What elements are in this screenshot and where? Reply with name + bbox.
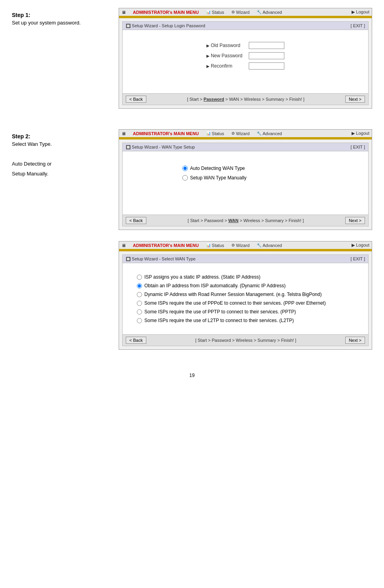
panel-exit-2[interactable]: [ EXIT ] xyxy=(351,145,365,149)
step2-label: Step 2: xyxy=(12,133,115,139)
nav-status-3[interactable]: 📊 Status xyxy=(206,243,224,248)
nav-logout-1[interactable]: ▶ Logout xyxy=(352,9,369,15)
radio-auto-detect-input[interactable] xyxy=(182,166,188,171)
panel-exit-3[interactable]: [ EXIT ] xyxy=(351,256,365,261)
nav-advanced-1[interactable]: 🔧 Advanced xyxy=(257,10,282,15)
browser-window-1: 🖥 ADMINISTRATOR's MAIN MENU 📊 Status ⚙ W… xyxy=(119,8,372,109)
wan-radio-6-label: Some ISPs require the use of L2TP to con… xyxy=(144,318,294,323)
status-icon-2: 📊 xyxy=(206,131,211,136)
step2-desc4: Setup Manually. xyxy=(12,171,115,177)
nav-status-1[interactable]: 📊 Status xyxy=(206,10,224,15)
inner-panel-3: 🔲 Setup Wizard - Select WAN Type [ EXIT … xyxy=(122,254,369,346)
advanced-icon-1: 🔧 xyxy=(257,10,261,14)
footer-steps-2: [ Start > Password > WAN > Wireless > Su… xyxy=(188,218,304,223)
panel-exit-1[interactable]: [ EXIT ] xyxy=(351,23,365,28)
wan-radio-6: Some ISPs require the use of L2TP to con… xyxy=(137,318,354,323)
page-number: 19 xyxy=(12,373,372,378)
wan-radio-1-label: ISP assigns you a static IP address. (St… xyxy=(144,274,260,280)
inner-panel-1: 🔲 Setup Wizard - Setup Login Password [ … xyxy=(122,21,369,105)
nav-footer-2: < Back [ Start > Password > WAN > Wirele… xyxy=(123,215,368,226)
new-password-row: New Password xyxy=(203,51,288,61)
logout-icon-3: ▶ xyxy=(352,243,355,247)
radio-manual-label: Setup WAN Type Manually xyxy=(190,175,247,181)
nav-footer-3: < Back [ Start > Password > Wireless > S… xyxy=(123,334,368,346)
wan-radio-2-input[interactable] xyxy=(137,283,142,288)
select-wan-radio-group: ISP assigns you a static IP address. (St… xyxy=(137,274,354,323)
back-button-3[interactable]: < Back xyxy=(126,337,146,344)
browser-window-2: 🖥 ADMINISTRATOR's MAIN MENU 📊 Status ⚙ W… xyxy=(119,129,372,230)
radio-manual-input[interactable] xyxy=(182,175,188,181)
panel-header-1: 🔲 Setup Wizard - Setup Login Password [ … xyxy=(123,22,368,30)
status-icon-1: 📊 xyxy=(206,10,211,14)
radio-auto-detect: Auto Detecting WAN Type xyxy=(182,166,309,171)
wan-radio-4-input[interactable] xyxy=(137,301,142,306)
old-password-row: Old Password xyxy=(203,40,288,51)
wan-radio-2: Obtain an IP address from ISP automatica… xyxy=(137,283,354,288)
wan-radio-1-input[interactable] xyxy=(137,275,142,280)
nav-bar-1: 🖥 ADMINISTRATOR's MAIN MENU 📊 Status ⚙ W… xyxy=(119,8,372,17)
reconfirm-label: Reconfirm xyxy=(203,61,246,71)
panel-body-2: Auto Detecting WAN Type Setup WAN Type M… xyxy=(123,151,368,215)
new-password-label: New Password xyxy=(203,51,246,61)
nav-bar-2: 🖥 ADMINISTRATOR's MAIN MENU 📊 Status ⚙ W… xyxy=(119,130,372,138)
password-form: Old Password New Password Reconfirm xyxy=(203,40,288,71)
nav-advanced-2[interactable]: 🔧 Advanced xyxy=(257,131,282,136)
monitor-icon: 🖥 xyxy=(121,10,126,15)
step2-desc2 xyxy=(12,151,115,157)
content-area-1: 🔲 Setup Wizard - Setup Login Password [ … xyxy=(119,18,372,108)
nav-advanced-3[interactable]: 🔧 Advanced xyxy=(257,243,282,248)
panel-title-1: 🔲 Setup Wizard - Setup Login Password xyxy=(126,23,205,28)
panel-title-3: 🔲 Setup Wizard - Select WAN Type xyxy=(126,256,195,261)
panel-icon-3: 🔲 xyxy=(126,257,131,261)
nav-title-2: ADMINISTRATOR's MAIN MENU xyxy=(133,131,199,136)
nav-wizard-2[interactable]: ⚙ Wizard xyxy=(231,131,250,136)
radio-manual: Setup WAN Type Manually xyxy=(182,175,309,181)
next-button-2[interactable]: Next > xyxy=(345,217,365,224)
panel-body-1: Old Password New Password Reconfirm xyxy=(123,30,368,93)
content-area-3: 🔲 Setup Wizard - Select WAN Type [ EXIT … xyxy=(119,251,372,349)
panel-body-3: ISP assigns you a static IP address. (St… xyxy=(123,263,368,334)
wizard-icon-2: ⚙ xyxy=(231,131,235,136)
step1-label: Step 1: xyxy=(12,12,115,18)
nav-logout-2[interactable]: ▶ Logout xyxy=(352,131,369,136)
nav-logout-3[interactable]: ▶ Logout xyxy=(352,243,369,248)
wan-radio-6-input[interactable] xyxy=(137,318,142,323)
monitor-icon-3: 🖥 xyxy=(121,243,126,248)
browser-window-3: 🖥 ADMINISTRATOR's MAIN MENU 📊 Status ⚙ W… xyxy=(119,241,372,350)
step1-desc1: Set up your system password. xyxy=(12,20,115,26)
panel-title-2: 🔲 Setup Wizard - WAN Type Setup xyxy=(126,145,195,149)
wan-radio-4: Some ISPs require the use of PPPoE to co… xyxy=(137,300,354,306)
radio-auto-detect-label: Auto Detecting WAN Type xyxy=(190,166,245,171)
old-password-label: Old Password xyxy=(203,40,246,51)
panel-icon-2: 🔲 xyxy=(126,145,131,149)
back-button-1[interactable]: < Back xyxy=(126,96,146,103)
nav-footer-1: < Back [ Start > Password > WAN > Wirele… xyxy=(123,93,368,105)
wan-radio-1: ISP assigns you a static IP address. (St… xyxy=(137,274,354,280)
new-password-input[interactable] xyxy=(249,52,284,59)
next-button-3[interactable]: Next > xyxy=(345,337,365,344)
status-icon-3: 📊 xyxy=(206,243,211,247)
reconfirm-row: Reconfirm xyxy=(203,61,288,71)
wan-radio-3-input[interactable] xyxy=(137,292,142,297)
nav-title-1: ADMINISTRATOR's MAIN MENU xyxy=(133,10,199,15)
inner-panel-2: 🔲 Setup Wizard - WAN Type Setup [ EXIT ]… xyxy=(122,143,369,226)
wan-type-radio-group: Auto Detecting WAN Type Setup WAN Type M… xyxy=(182,166,309,181)
nav-bar-3: 🖥 ADMINISTRATOR's MAIN MENU 📊 Status ⚙ W… xyxy=(119,241,372,250)
advanced-icon-3: 🔧 xyxy=(257,243,261,247)
reconfirm-input[interactable] xyxy=(249,62,284,70)
back-button-2[interactable]: < Back xyxy=(126,217,146,224)
wan-radio-4-label: Some ISPs require the use of PPPoE to co… xyxy=(144,300,326,306)
logout-icon-2: ▶ xyxy=(352,131,355,136)
wan-radio-5: Some ISPs require the use of PPTP to con… xyxy=(137,309,354,315)
nav-status-2[interactable]: 📊 Status xyxy=(206,131,224,136)
wan-radio-3-label: Dynamic IP Address with Road Runner Sess… xyxy=(144,292,322,297)
step2-desc3: Auto Detecting or xyxy=(12,161,115,167)
old-password-input[interactable] xyxy=(249,42,284,49)
wan-radio-5-input[interactable] xyxy=(137,309,142,315)
next-button-1[interactable]: Next > xyxy=(345,96,365,103)
panel-header-2: 🔲 Setup Wizard - WAN Type Setup [ EXIT ] xyxy=(123,143,368,151)
nav-wizard-1[interactable]: ⚙ Wizard xyxy=(231,10,250,15)
content-area-2: 🔲 Setup Wizard - WAN Type Setup [ EXIT ]… xyxy=(119,139,372,230)
advanced-icon-2: 🔧 xyxy=(257,131,261,136)
nav-wizard-3[interactable]: ⚙ Wizard xyxy=(231,243,250,248)
